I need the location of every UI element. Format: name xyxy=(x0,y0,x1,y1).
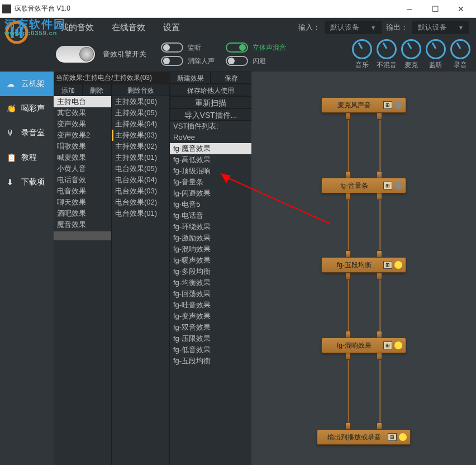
preset-item[interactable]: 主持效果(02) xyxy=(112,141,169,152)
knob-1[interactable] xyxy=(377,39,397,59)
preset-item[interactable]: 主持效果(03) xyxy=(112,130,169,141)
maximize-button[interactable]: ☐ xyxy=(422,1,448,17)
chevron-down-icon: ▼ xyxy=(370,25,376,31)
knob-2[interactable] xyxy=(401,39,421,59)
vst-item[interactable]: fg-混响效果 xyxy=(170,244,251,255)
import-vst-button[interactable]: 导入VST插件... xyxy=(170,108,251,121)
close-button[interactable]: ✕ xyxy=(448,1,474,17)
vst-item[interactable]: RoVee xyxy=(170,132,251,143)
node-label: 麦克风声音 xyxy=(325,101,383,110)
duck-toggle[interactable] xyxy=(226,56,248,66)
preset-item[interactable]: 电台效果(04) xyxy=(112,174,169,186)
chevron-down-icon: ▼ xyxy=(458,25,464,31)
vst-item[interactable]: fg-暖声效果 xyxy=(170,255,251,266)
scrollbar[interactable] xyxy=(54,231,111,240)
engine-switch[interactable] xyxy=(56,46,95,63)
vst-item[interactable]: fg-顶级混响 xyxy=(170,165,251,177)
vst-item[interactable]: fg-均衡效果 xyxy=(170,277,251,288)
node-status-dot[interactable] xyxy=(394,261,402,269)
category-item[interactable]: 喊麦效果 xyxy=(54,152,111,163)
preset-item[interactable]: 电台效果(02) xyxy=(112,197,169,208)
preset-item[interactable]: 电台效果(01) xyxy=(112,208,169,219)
category-item[interactable]: 魔音效果 xyxy=(54,219,111,230)
knob-label: 音乐 xyxy=(355,60,369,70)
output-select[interactable]: 默认设备▼ xyxy=(412,21,469,34)
effect-node[interactable]: fg-五段均衡 ⊞ xyxy=(321,257,406,273)
delete-button[interactable]: 删除 xyxy=(83,84,112,96)
node-label: fg-音量条 xyxy=(325,181,383,191)
rescan-button[interactable]: 重新扫描 xyxy=(170,96,251,108)
category-item[interactable]: 其它效果 xyxy=(54,107,111,118)
knob-3[interactable] xyxy=(426,39,446,59)
node-settings-icon[interactable]: ⊞ xyxy=(383,101,392,109)
stereo-mix-toggle[interactable] xyxy=(226,42,248,53)
node-settings-icon[interactable]: ⊞ xyxy=(383,341,392,349)
effect-node[interactable]: fg-音量条 ⊞ xyxy=(321,178,406,193)
vst-item[interactable]: fg-魔音效果 xyxy=(170,143,251,154)
effect-node[interactable]: fg-混响效果 ⊞ xyxy=(321,338,406,353)
preset-item[interactable]: 主持效果(06) xyxy=(112,96,169,107)
vst-item[interactable]: fg-五段均衡 xyxy=(170,355,251,367)
vst-item[interactable]: fg-电音5 xyxy=(170,199,251,210)
category-item[interactable]: 电话音效 xyxy=(54,174,111,186)
node-status-dot[interactable] xyxy=(394,182,402,189)
save-for-others-button[interactable]: 保存给他人使用 xyxy=(170,84,251,96)
remove-vocal-toggle[interactable] xyxy=(161,56,183,66)
tab-online-effects[interactable]: 在线音效 xyxy=(112,22,145,33)
node-status-dot[interactable] xyxy=(394,101,402,109)
sidebar-item-4[interactable]: ⬇下载项 xyxy=(0,170,54,194)
add-button[interactable]: 添加 xyxy=(54,84,83,96)
save-button[interactable]: 保存 xyxy=(211,72,251,84)
node-status-dot[interactable] xyxy=(399,433,407,441)
vst-item[interactable]: fg-环绕效果 xyxy=(170,221,251,232)
category-item[interactable]: 变声效果2 xyxy=(54,130,111,141)
node-settings-icon[interactable]: ⊞ xyxy=(388,433,397,441)
vst-item[interactable]: fg-哇音效果 xyxy=(170,300,251,311)
new-effect-button[interactable]: 新建效果 xyxy=(170,72,211,84)
cable-plug xyxy=(345,272,351,279)
minimize-button[interactable]: ─ xyxy=(397,1,422,17)
category-item[interactable]: 唱歌效果 xyxy=(54,141,111,152)
node-settings-icon[interactable]: ⊞ xyxy=(383,182,392,189)
vst-item[interactable]: fg-激励效果 xyxy=(170,232,251,244)
category-item[interactable]: 聊天效果 xyxy=(54,197,111,208)
knob-0[interactable] xyxy=(352,39,372,59)
vst-item[interactable]: fg-音量条 xyxy=(170,177,251,188)
knob-4[interactable] xyxy=(450,39,470,59)
preset-item[interactable]: 电台效果(03) xyxy=(112,186,169,197)
preset-item[interactable]: 主持效果(01) xyxy=(112,152,169,163)
preset-item[interactable]: 主持效果(04) xyxy=(112,118,169,130)
node-status-dot[interactable] xyxy=(394,341,402,349)
category-item[interactable]: 主持电台 xyxy=(54,96,111,107)
vst-item[interactable]: fg-双音效果 xyxy=(170,322,251,333)
vst-item[interactable]: fg-变声效果 xyxy=(170,311,251,322)
node-settings-icon[interactable]: ⊞ xyxy=(383,261,392,269)
vst-item[interactable]: fg-高低效果 xyxy=(170,154,251,165)
delete-effect-button[interactable]: 删除音效 xyxy=(112,84,169,96)
sidebar-item-3[interactable]: 📋教程 xyxy=(0,145,54,170)
tab-settings[interactable]: 设置 xyxy=(163,22,180,33)
preset-item[interactable]: 主持效果(05) xyxy=(112,107,169,118)
vst-item[interactable]: fg-电话音 xyxy=(170,210,251,221)
vst-item[interactable]: fg-压限效果 xyxy=(170,333,251,344)
category-item[interactable]: 变声效果 xyxy=(54,118,111,130)
sidebar-item-1[interactable]: 👏喝彩声 xyxy=(0,96,54,121)
category-item[interactable]: 小黄人音 xyxy=(54,163,111,174)
preset-item[interactable]: 电台效果(05) xyxy=(112,163,169,174)
input-select[interactable]: 默认设备▼ xyxy=(325,21,382,34)
current-effect-label: 当前效果:主持电台/主持效果(03) xyxy=(54,72,170,84)
category-item[interactable]: 酒吧效果 xyxy=(54,208,111,219)
vst-item[interactable]: fg-闪避效果 xyxy=(170,188,251,199)
top-bar: 河东软件园 www.pc0359.cn 我的音效 在线音效 设置 输入： 默认设… xyxy=(0,18,476,37)
vst-item[interactable]: fg-回荡效果 xyxy=(170,288,251,300)
effect-node[interactable]: 输出到播放或录音 ⊞ xyxy=(317,429,411,445)
sidebar-item-0[interactable]: ☁云机架 xyxy=(0,72,54,96)
sidebar-item-2[interactable]: 🎙录音室 xyxy=(0,121,54,145)
output-label: 输出： xyxy=(386,22,408,32)
effect-chain-canvas[interactable]: 麦克风声音 ⊞ fg-音量条 ⊞ fg-五段均衡 ⊞ fg-混响效果 ⊞ 输出到… xyxy=(251,72,476,465)
vst-item[interactable]: fg-低音效果 xyxy=(170,344,251,355)
category-item[interactable]: 电音效果 xyxy=(54,186,111,197)
vst-item[interactable]: fg-多段均衡 xyxy=(170,266,251,277)
monitor-toggle[interactable] xyxy=(161,42,183,53)
effect-node[interactable]: 麦克风声音 ⊞ xyxy=(321,97,406,113)
